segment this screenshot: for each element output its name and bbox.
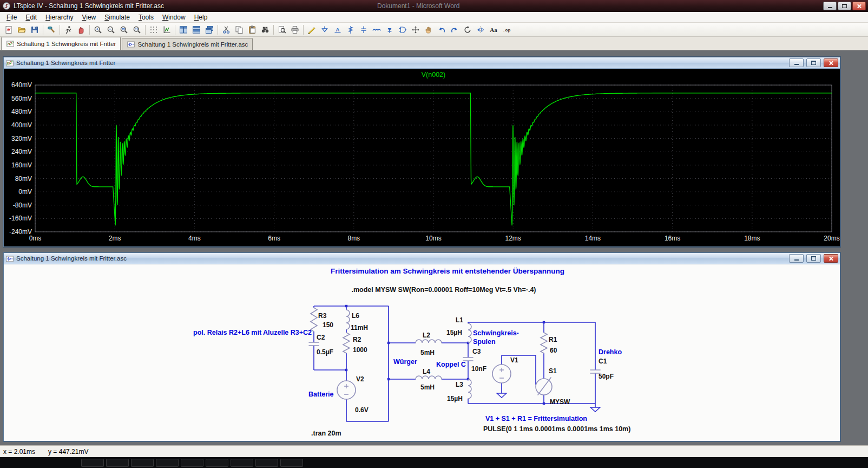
menu-simulate[interactable]: Simulate (100, 12, 134, 22)
control-panel-button[interactable] (45, 24, 58, 36)
halt-button[interactable] (75, 24, 88, 36)
ground-button[interactable] (318, 24, 331, 36)
rotate-button[interactable] (461, 24, 474, 36)
zoom-rect-button[interactable] (117, 24, 130, 36)
schematic-window: Schaltung 1 Schwingkreis mit Fritter.asc… (3, 252, 840, 441)
menu-tools[interactable]: Tools (134, 12, 158, 22)
paste-button[interactable] (246, 24, 259, 36)
mirror-button[interactable] (474, 24, 487, 36)
svg-text:6ms: 6ms (268, 235, 280, 242)
taskbar-button[interactable] (280, 459, 303, 467)
diode-icon (385, 25, 394, 34)
new-schematic-button[interactable] (2, 24, 15, 36)
menu-file[interactable]: File (2, 12, 21, 22)
svg-text:640mV: 640mV (11, 81, 32, 89)
cut-button[interactable] (220, 24, 233, 36)
minimize-button[interactable] (823, 2, 837, 10)
grid-button[interactable] (147, 24, 160, 36)
print-button[interactable] (288, 24, 301, 36)
svg-text:4ms: 4ms (188, 235, 201, 242)
waveform-close-button[interactable] (824, 58, 838, 67)
window-title: LTspice IV - Schaltung 1 Schwingkreis mi… (14, 2, 164, 10)
waveform-minimize-button[interactable] (789, 58, 804, 67)
taskbar-button[interactable] (81, 459, 104, 467)
paste-icon (248, 25, 257, 34)
cascade-button[interactable] (203, 24, 216, 36)
menu-window[interactable]: Window (158, 12, 190, 22)
component-button[interactable] (396, 24, 409, 36)
svg-text:-80mV: -80mV (13, 202, 32, 209)
schematic-minimize-button[interactable] (789, 254, 804, 263)
taskbar-button[interactable] (206, 459, 228, 467)
cursor-y-readout: y = 447.21mV (48, 448, 88, 456)
svg-text:14ms: 14ms (585, 235, 601, 242)
waveform-maximize-button[interactable] (806, 58, 821, 67)
zoom-in-button[interactable] (91, 24, 104, 36)
zoom-back-button[interactable] (104, 24, 117, 36)
tile-vertical-button[interactable] (177, 24, 190, 36)
taskbar-button[interactable] (231, 459, 253, 467)
taskbar-button[interactable] (255, 459, 278, 467)
svg-text:A: A (336, 26, 340, 32)
svg-text:20ms: 20ms (824, 235, 839, 242)
waveform-window-titlebar[interactable]: Schaltung 1 Schwingkreis mit Fritter (4, 57, 840, 69)
wire-button[interactable] (305, 24, 318, 36)
undo-button[interactable] (435, 24, 448, 36)
find-icon (261, 25, 269, 34)
svg-text:V1: V1 (510, 356, 518, 364)
redo-button[interactable] (448, 24, 461, 36)
resistor-icon (346, 25, 355, 34)
waveform-plot[interactable]: 640mV560mV480mV400mV320mV240mV160mV80mV0… (4, 69, 840, 246)
zoom-full-button[interactable] (130, 24, 143, 36)
zoom-in-icon (94, 25, 102, 34)
capacitor-button[interactable] (357, 24, 370, 36)
svg-text:8ms: 8ms (347, 235, 360, 242)
svg-text:Batterie: Batterie (308, 391, 334, 398)
close-button[interactable] (852, 2, 866, 10)
status-bar: x = 2.01ms y = 447.21mV (0, 445, 868, 457)
inductor-button[interactable] (370, 24, 383, 36)
svg-text:15µH: 15µH (447, 395, 463, 402)
svg-text:0ms: 0ms (29, 235, 42, 242)
svg-text:L3: L3 (456, 381, 463, 388)
move-button[interactable] (409, 24, 422, 36)
menu-view[interactable]: View (77, 12, 100, 22)
new-schematic-icon (4, 25, 13, 34)
tab-waveform[interactable]: Schaltung 1 Schwingkreis mit Fritter (1, 37, 121, 50)
net-label-button[interactable]: A (331, 24, 344, 36)
menu-edit[interactable]: Edit (21, 12, 41, 22)
svg-text:10ms: 10ms (425, 235, 441, 242)
run-button[interactable] (62, 24, 75, 36)
taskbar-button[interactable] (131, 459, 154, 467)
tile-horizontal-button[interactable] (190, 24, 203, 36)
autorange-y-button[interactable] (160, 24, 173, 36)
svg-text:15µH: 15µH (446, 329, 462, 336)
save-button[interactable] (28, 24, 41, 36)
schematic-maximize-button[interactable] (806, 254, 821, 263)
svg-text:0.5µF: 0.5µF (317, 348, 333, 356)
maximize-button[interactable] (838, 2, 851, 10)
open-button[interactable] (15, 24, 28, 36)
svg-text:Frittersimulation am Schwingkr: Frittersimulation am Schwingkreis mit en… (331, 267, 564, 275)
taskbar-button[interactable] (106, 459, 129, 467)
print-preview-button[interactable] (275, 24, 288, 36)
spice-directive-button[interactable]: .op (500, 24, 513, 36)
resistor-button[interactable] (344, 24, 357, 36)
svg-text:60: 60 (550, 347, 557, 354)
taskbar-button[interactable] (156, 459, 179, 467)
schematic-close-button[interactable] (824, 254, 838, 263)
text-button[interactable]: Aa (487, 24, 500, 36)
drag-button[interactable] (422, 24, 435, 36)
svg-text:400mV: 400mV (11, 121, 32, 129)
taskbar-button[interactable] (181, 459, 203, 467)
diode-button[interactable] (383, 24, 396, 36)
copy-button[interactable] (233, 24, 246, 36)
find-button[interactable] (259, 24, 272, 36)
schematic-canvas[interactable]: R3150C20.5µFL611mHR21000V20.6VL25mHL45mH… (4, 264, 840, 441)
spice-directive-icon: .op (502, 25, 511, 34)
menu-help[interactable]: Help (190, 12, 212, 22)
schematic-icon (127, 41, 135, 48)
schematic-window-titlebar[interactable]: Schaltung 1 Schwingkreis mit Fritter.asc (4, 253, 840, 264)
menu-hierarchy[interactable]: Hierarchy (41, 12, 77, 22)
tab-schematic[interactable]: Schaltung 1 Schwingkreis mit Fritter.asc (122, 38, 253, 50)
